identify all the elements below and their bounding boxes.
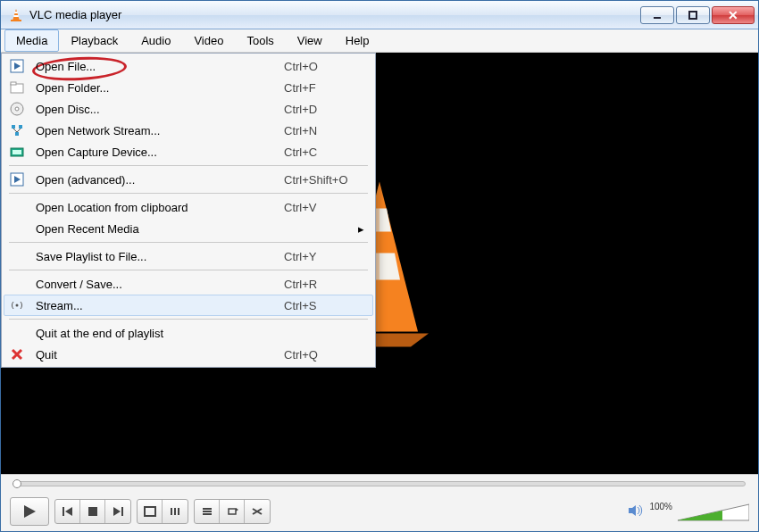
menu-open-capture[interactable]: Open Capture Device... Ctrl+C [4, 141, 373, 162]
menu-open-disc[interactable]: Open Disc... Ctrl+D [4, 98, 373, 120]
play-button[interactable] [10, 497, 49, 526]
menu-open-clipboard[interactable]: Open Location from clipboard Ctrl+V [4, 196, 373, 218]
svg-rect-2 [13, 15, 19, 17]
play-file-icon [7, 59, 27, 73]
menu-item-shortcut: Ctrl+Shift+O [284, 173, 364, 187]
svg-marker-31 [65, 507, 72, 516]
menu-item-label: Open Recent Media [36, 222, 364, 236]
menu-stream[interactable]: Stream... Ctrl+S [4, 295, 373, 316]
menu-separator [9, 165, 368, 166]
menu-view[interactable]: View [286, 29, 334, 52]
volume-slider[interactable] [678, 503, 749, 522]
menu-playback[interactable]: Playback [59, 29, 129, 52]
seek-track[interactable] [13, 481, 746, 486]
svg-marker-42 [236, 508, 238, 511]
menu-quit-end-playlist[interactable]: Quit at the end of playlist [4, 322, 373, 344]
quit-icon [7, 348, 27, 361]
menubar: Media Playback Audio Video Tools View He… [1, 29, 758, 53]
play-file-icon [7, 172, 27, 187]
menu-item-shortcut: Ctrl+V [284, 201, 364, 214]
menu-item-shortcut: Ctrl+N [284, 124, 364, 137]
svg-rect-14 [11, 82, 16, 85]
menu-item-label: Open Folder... [36, 81, 284, 95]
shuffle-button[interactable] [245, 500, 270, 523]
svg-point-16 [15, 107, 19, 111]
network-icon [7, 123, 27, 137]
svg-marker-29 [24, 505, 36, 518]
close-button[interactable]: ✕ [712, 6, 755, 24]
svg-rect-32 [88, 507, 97, 516]
volume-label: 100% [649, 502, 672, 511]
menu-save-playlist[interactable]: Save Playlist to File... Ctrl+Y [4, 245, 373, 267]
svg-rect-17 [12, 125, 15, 129]
svg-rect-35 [145, 507, 155, 516]
menu-open-recent[interactable]: Open Recent Media ▸ [4, 218, 373, 239]
svg-rect-4 [654, 17, 661, 19]
menu-open-folder[interactable]: Open Folder... Ctrl+F [4, 77, 373, 98]
next-button[interactable] [105, 500, 130, 523]
app-window: VLC media player ✕ Media Playback Audio … [0, 0, 759, 532]
menu-item-label: Stream... [36, 299, 284, 312]
menu-item-label: Convert / Save... [36, 278, 284, 291]
menu-open-network[interactable]: Open Network Stream... Ctrl+N [4, 120, 373, 141]
svg-rect-5 [689, 12, 696, 19]
seek-thumb[interactable] [13, 479, 21, 488]
svg-marker-43 [629, 505, 636, 516]
menu-item-label: Open Network Stream... [36, 124, 284, 137]
svg-marker-0 [13, 9, 20, 21]
menu-item-shortcut: Ctrl+Q [284, 348, 364, 362]
menu-item-shortcut: Ctrl+C [284, 145, 364, 159]
speaker-icon[interactable] [628, 503, 644, 520]
prev-button[interactable] [55, 500, 80, 523]
menu-item-label: Quit [36, 348, 284, 362]
svg-rect-38 [178, 508, 179, 515]
menu-item-label: Open File... [36, 60, 284, 73]
seek-bar[interactable] [1, 474, 758, 492]
capture-icon [7, 145, 27, 158]
loop-button[interactable] [220, 500, 245, 523]
menu-video[interactable]: Video [182, 29, 235, 52]
menu-separator [9, 193, 368, 194]
svg-rect-36 [171, 508, 172, 515]
svg-rect-30 [63, 507, 64, 516]
svg-line-21 [17, 129, 21, 132]
menu-quit[interactable]: Quit Ctrl+Q [4, 344, 373, 365]
minimize-button[interactable] [640, 6, 674, 24]
stop-button[interactable] [80, 500, 105, 523]
menu-item-label: Open Capture Device... [36, 145, 284, 159]
menu-item-shortcut: Ctrl+Y [284, 250, 364, 263]
menu-item-shortcut: Ctrl+S [284, 299, 364, 312]
svg-rect-37 [174, 508, 176, 515]
svg-line-20 [13, 129, 17, 132]
volume-area: 100% [628, 502, 749, 522]
ext-settings-button[interactable] [163, 500, 188, 523]
disc-icon [7, 102, 27, 116]
svg-marker-33 [113, 507, 121, 516]
stream-icon [7, 300, 27, 311]
submenu-arrow-icon: ▸ [358, 222, 364, 236]
svg-rect-18 [19, 125, 22, 129]
menu-media[interactable]: Media [4, 29, 59, 52]
playlist-button[interactable] [195, 500, 220, 523]
menu-open-advanced[interactable]: Open (advanced)... Ctrl+Shift+O [4, 169, 373, 190]
menu-separator [9, 242, 368, 243]
video-area: Open File... Ctrl+O Open Folder... Ctrl+… [1, 53, 758, 474]
svg-rect-34 [121, 507, 123, 516]
menu-convert-save[interactable]: Convert / Save... Ctrl+R [4, 273, 373, 295]
maximize-button[interactable] [676, 6, 710, 24]
menu-audio[interactable]: Audio [129, 29, 182, 52]
menu-item-label: Open (advanced)... [36, 173, 284, 187]
fullscreen-button[interactable] [138, 500, 163, 523]
menu-item-label: Open Disc... [36, 103, 284, 116]
menu-help[interactable]: Help [334, 29, 381, 52]
menu-separator [9, 270, 368, 270]
menu-open-file[interactable]: Open File... Ctrl+O [4, 55, 373, 77]
menu-item-shortcut: Ctrl+R [284, 278, 364, 291]
svg-rect-23 [13, 150, 21, 154]
view-group [137, 499, 188, 524]
svg-rect-3 [11, 20, 21, 21]
titlebar: VLC media player ✕ [1, 1, 758, 29]
playback-controls: 100% [1, 492, 758, 531]
svg-point-26 [16, 304, 19, 307]
menu-tools[interactable]: Tools [235, 29, 285, 52]
